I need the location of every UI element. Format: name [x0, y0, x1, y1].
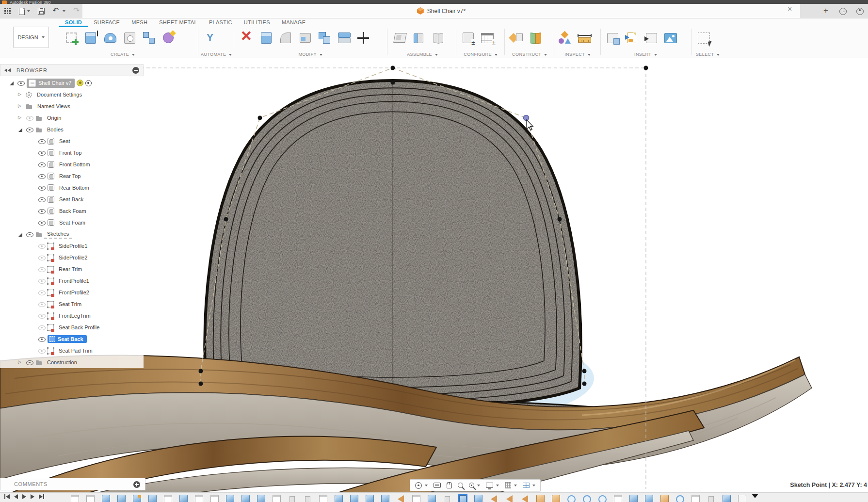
- tool-inspect-shapes[interactable]: [556, 27, 574, 49]
- eye-visible-icon[interactable]: [38, 149, 46, 156]
- timeline-feature[interactable]: [272, 494, 281, 502]
- eye-hidden-icon[interactable]: [38, 301, 46, 308]
- ribbon-tab-plastic[interactable]: PLASTIC: [203, 18, 238, 27]
- save-button[interactable]: [36, 7, 46, 16]
- tool-construction-axis[interactable]: [527, 27, 545, 49]
- root-node-pill[interactable]: Shell Chair v7: [27, 79, 75, 88]
- orbit-button[interactable]: [412, 480, 431, 491]
- timeline-feature[interactable]: [319, 494, 328, 502]
- group-label-configure[interactable]: CONFIGURE: [459, 52, 502, 57]
- timeline-feature[interactable]: [163, 494, 173, 502]
- timeline-feature[interactable]: [412, 494, 421, 502]
- tool-revolve[interactable]: [101, 27, 119, 49]
- tool-measure[interactable]: [575, 27, 594, 49]
- tree-row-back-foam[interactable]: Back Foam: [0, 205, 144, 217]
- tree-row-seat-foam[interactable]: Seat Foam: [0, 217, 144, 228]
- tree-row-rear-bottom[interactable]: Rear Bottom: [0, 182, 144, 194]
- new-tab-button[interactable]: [821, 7, 831, 16]
- layout-grid-button[interactable]: [502, 480, 520, 491]
- tool-shell[interactable]: [296, 27, 314, 49]
- selected-node-pill[interactable]: Seat Back: [48, 335, 87, 343]
- tool-form[interactable]: [159, 27, 177, 49]
- timeline-feature[interactable]: [288, 494, 297, 502]
- timeline-feature[interactable]: [551, 494, 561, 502]
- go-to-end-button[interactable]: [39, 494, 45, 499]
- pan-button[interactable]: [444, 480, 455, 491]
- tool-construction-plane[interactable]: [507, 27, 526, 49]
- collapsed-arrow-icon[interactable]: [17, 92, 24, 98]
- tree-row-seat-back[interactable]: Seat Back: [0, 194, 144, 205]
- group-label-inspect[interactable]: INSPECT: [556, 52, 599, 57]
- eye-visible-icon[interactable]: [26, 231, 33, 238]
- tool-insert-mesh[interactable]: [603, 27, 622, 49]
- comments-bar[interactable]: COMMENTS: [0, 478, 145, 490]
- timeline-feature[interactable]: [722, 494, 731, 502]
- group-label-assemble[interactable]: ASSEMBLE: [391, 52, 454, 57]
- timeline-feature[interactable]: [505, 494, 514, 502]
- timeline-feature[interactable]: [691, 494, 700, 502]
- tree-row-front-top[interactable]: Front Top: [0, 147, 144, 159]
- group-label-modify[interactable]: MODIFY: [238, 52, 383, 57]
- timeline-feature[interactable]: [148, 494, 157, 502]
- play-button[interactable]: [22, 494, 26, 499]
- timeline-feature[interactable]: [629, 494, 638, 502]
- tool-delete[interactable]: [238, 27, 256, 49]
- tool-create-sketch[interactable]: [62, 27, 80, 49]
- eye-hidden-icon[interactable]: [26, 114, 33, 121]
- group-label-select[interactable]: SELECT: [694, 52, 721, 57]
- timeline-feature[interactable]: [443, 494, 452, 502]
- timeline-feature[interactable]: [707, 494, 716, 502]
- fit-button[interactable]: [466, 480, 483, 491]
- timeline-feature[interactable]: [101, 494, 111, 502]
- timeline-feature[interactable]: [86, 494, 95, 502]
- timeline-feature[interactable]: [70, 494, 80, 502]
- eye-hidden-icon[interactable]: [38, 324, 46, 331]
- target-icon[interactable]: [85, 80, 92, 86]
- timeline-feature[interactable]: [241, 494, 250, 502]
- tree-row-seat-pad-trim[interactable]: Seat Pad Trim: [0, 345, 144, 356]
- tool-press-pull[interactable]: [257, 27, 275, 49]
- tool-select-marquee[interactable]: [694, 27, 713, 49]
- timeline-feature[interactable]: [225, 494, 235, 502]
- group-label-insert[interactable]: INSERT: [603, 52, 688, 57]
- timeline-position-marker[interactable]: [752, 494, 758, 498]
- eye-visible-icon[interactable]: [38, 173, 46, 179]
- display-settings-button[interactable]: [483, 480, 502, 491]
- tool-insert-svg[interactable]: [623, 27, 641, 49]
- eye-visible-icon[interactable]: [38, 184, 46, 191]
- go-to-start-button[interactable]: [4, 494, 10, 499]
- timeline-feature[interactable]: [334, 494, 343, 502]
- ribbon-tab-sheet-metal[interactable]: SHEET METAL: [153, 18, 203, 27]
- timeline-feature[interactable]: [303, 494, 312, 502]
- tree-row-shell-chair-v7[interactable]: Shell Chair v7: [0, 77, 144, 89]
- tool-split-body[interactable]: [335, 27, 353, 49]
- tool-hole[interactable]: [120, 27, 139, 49]
- eye-hidden-icon[interactable]: [38, 347, 46, 354]
- tool-configuration-table[interactable]: [478, 27, 497, 49]
- collapse-panel-icon[interactable]: [4, 68, 12, 73]
- tree-row-bodies[interactable]: Bodies: [0, 124, 144, 135]
- tree-row-origin[interactable]: Origin: [0, 112, 144, 124]
- eye-visible-icon[interactable]: [38, 161, 46, 168]
- eye-visible-icon[interactable]: [38, 196, 46, 203]
- timeline-feature[interactable]: [675, 494, 685, 502]
- tool-automate[interactable]: [201, 27, 219, 49]
- collapsed-arrow-icon[interactable]: [17, 359, 24, 366]
- eye-hidden-icon[interactable]: [38, 312, 46, 319]
- tree-row-frontprofile2[interactable]: FrontProfile2: [0, 287, 144, 298]
- undo-button[interactable]: [51, 6, 67, 16]
- collapsed-arrow-icon[interactable]: [17, 115, 24, 121]
- eye-hidden-icon[interactable]: [38, 266, 46, 273]
- tool-configuration[interactable]: [459, 27, 477, 49]
- tool-combine[interactable]: [315, 27, 334, 49]
- eye-visible-icon[interactable]: [38, 208, 46, 214]
- tree-row-sketches[interactable]: Sketches: [0, 228, 144, 240]
- collapsed-arrow-icon[interactable]: [17, 103, 24, 110]
- tree-row-seat[interactable]: Seat: [0, 135, 144, 147]
- tree-row-frontprofile1[interactable]: FrontProfile1: [0, 275, 144, 287]
- tool-extrude[interactable]: [81, 27, 100, 49]
- tree-row-sideprofile1[interactable]: SideProfile1: [0, 240, 144, 252]
- tree-row-sideprofile2[interactable]: SideProfile2: [0, 252, 144, 263]
- eye-visible-icon[interactable]: [26, 359, 33, 366]
- ribbon-tab-solid[interactable]: SOLID: [59, 18, 88, 27]
